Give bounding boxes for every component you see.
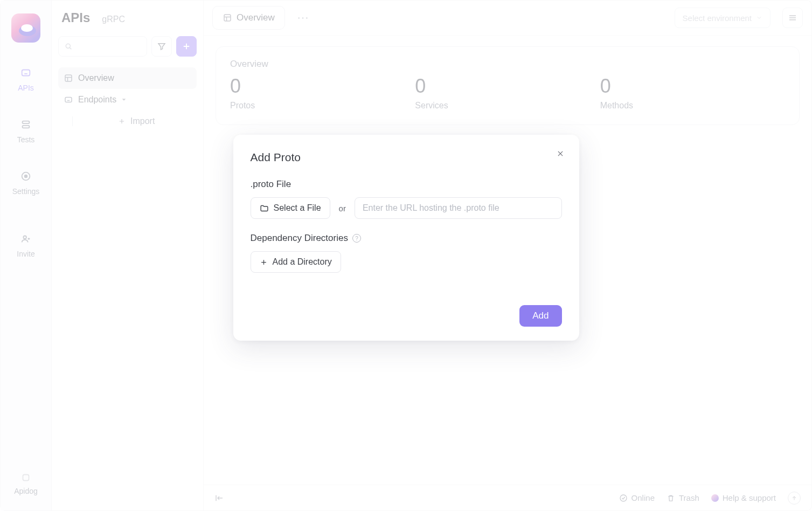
proto-file-label: .proto File xyxy=(251,179,562,190)
add-proto-modal: Add Proto .proto File Select a File or D… xyxy=(233,135,579,341)
proto-url-input[interactable] xyxy=(355,197,562,219)
dependency-dirs-label: Dependency Directories xyxy=(251,233,348,244)
button-label: Add a Directory xyxy=(273,257,332,267)
or-text: or xyxy=(339,204,346,213)
modal-title: Add Proto xyxy=(251,151,562,164)
close-icon xyxy=(557,150,564,157)
button-label: Select a File xyxy=(274,203,321,213)
modal-close-button[interactable] xyxy=(557,150,564,157)
folder-icon xyxy=(260,204,269,213)
add-confirm-button[interactable]: Add xyxy=(519,305,561,327)
select-file-button[interactable]: Select a File xyxy=(251,197,330,219)
button-label: Add xyxy=(532,310,549,321)
modal-overlay[interactable]: Add Proto .proto File Select a File or D… xyxy=(0,0,812,511)
help-icon[interactable]: ? xyxy=(352,234,361,243)
plus-icon xyxy=(260,258,268,266)
add-directory-button[interactable]: Add a Directory xyxy=(251,251,341,273)
